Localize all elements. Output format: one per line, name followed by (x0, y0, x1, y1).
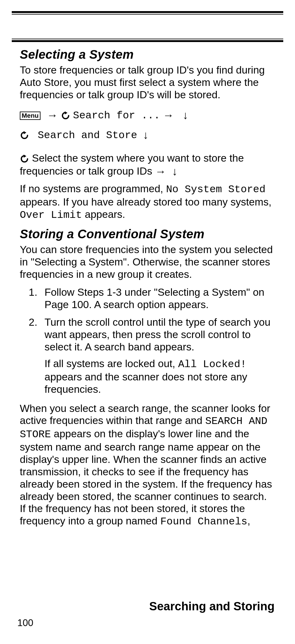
text: If no systems are programmed, (20, 183, 166, 194)
code-over-limit: Over Limit (20, 209, 82, 221)
page: Selecting a System To store frequencies … (0, 0, 295, 644)
svg-marker-2 (24, 155, 27, 158)
code-all-locked: All Locked! (178, 358, 246, 370)
scroll-loop-icon (20, 153, 29, 165)
text: Select the system where you want to stor… (20, 152, 244, 177)
arrow-down-icon: ↓ (143, 129, 148, 141)
nav-text-search-for: Search for ... (73, 110, 160, 121)
text: appears and the scanner does not store a… (45, 371, 247, 395)
list-item: Turn the scroll control until the type o… (40, 316, 275, 395)
code-no-system-stored: No System Stored (166, 184, 266, 195)
top-rule-group (12, 11, 283, 15)
text: appears on the display's lower line and … (20, 428, 272, 527)
nav-sequence: Menu → Search for ... → ↓ Search and Sto… (20, 107, 275, 144)
text: appears. (82, 209, 125, 220)
svg-marker-0 (65, 111, 67, 114)
rule-thin (12, 39, 283, 39)
scroll-loop-icon (61, 107, 70, 124)
arrow-down-icon: ↓ (183, 110, 188, 121)
step-1-text: Follow Steps 1-3 under "Selecting a Syst… (45, 286, 264, 310)
para-select-system: Select the system where you want to stor… (20, 152, 275, 177)
code-found-channels: Found Channels (160, 516, 247, 527)
list-item: Follow Steps 1-3 under "Selecting a Syst… (40, 286, 275, 311)
heading-selecting-system: Selecting a System (20, 48, 275, 61)
arrow-down-icon: ↓ (172, 166, 177, 177)
nav-text-search-and-store: Search and Store (38, 129, 137, 141)
heading-storing-conventional: Storing a Conventional System (20, 227, 275, 241)
para-selecting-intro: To store frequencies or talk group ID's … (20, 64, 275, 101)
page-number: 100 (17, 617, 33, 629)
mid-rule-group (12, 39, 283, 42)
para-no-system: If no systems are programmed, No System … (20, 183, 275, 222)
step-2-sub: If all systems are locked out, All Locke… (45, 358, 275, 396)
para-search-range: When you select a search range, the scan… (20, 402, 275, 528)
svg-marker-1 (24, 131, 27, 134)
arrow-right-icon: → (163, 110, 174, 121)
nav-line-2: Search and Store ↓ (20, 126, 275, 144)
rule-thick (12, 11, 283, 13)
step-2-text: Turn the scroll control until the type o… (45, 316, 271, 353)
text: , (247, 515, 250, 527)
arrow-right-icon: → (47, 110, 58, 121)
menu-button-icon: Menu (20, 112, 41, 120)
ordered-list-steps: Follow Steps 1-3 under "Selecting a Syst… (20, 286, 275, 396)
content-area: Selecting a System To store frequencies … (12, 48, 283, 528)
scroll-loop-icon (20, 127, 29, 144)
text: If all systems are locked out, (45, 358, 178, 369)
arrow-right-icon: → (155, 166, 166, 177)
nav-line-1: Menu → Search for ... → ↓ (20, 107, 275, 124)
section-footer-title: Searching and Storing (149, 600, 275, 613)
header-gap (12, 15, 283, 39)
para-storing-intro: You can store frequencies into the syste… (20, 244, 275, 281)
text: appears. If you have already stored too … (20, 196, 271, 208)
rule-thick (12, 40, 283, 42)
